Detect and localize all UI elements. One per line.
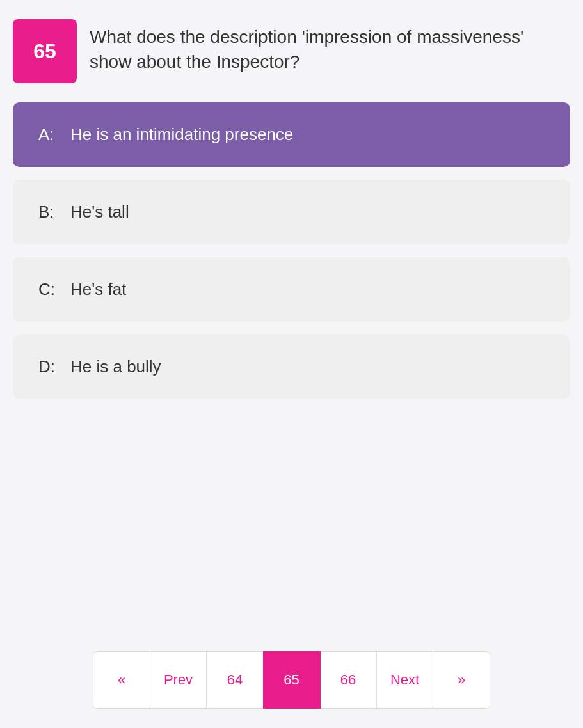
option-c[interactable]: C: He's fat: [13, 257, 570, 322]
option-b-letter: B:: [38, 202, 58, 222]
option-a[interactable]: A: He is an intimidating presence: [13, 102, 570, 167]
pagination-prev[interactable]: Prev: [150, 651, 207, 709]
question-number-badge: 65: [13, 19, 77, 83]
question-header: 65 What does the description 'impression…: [13, 19, 570, 83]
pagination-last[interactable]: »: [433, 651, 490, 709]
option-d[interactable]: D: He is a bully: [13, 335, 570, 399]
question-text: What does the description 'impression of…: [90, 19, 570, 74]
question-number: 65: [33, 40, 56, 63]
pagination: « Prev 64 65 66 Next »: [13, 626, 570, 709]
option-b-text: He's tall: [70, 202, 129, 222]
answer-options-container: A: He is an intimidating presence B: He'…: [13, 102, 570, 412]
option-a-letter: A:: [38, 125, 58, 145]
pagination-page-66[interactable]: 66: [319, 651, 377, 709]
option-c-text: He's fat: [70, 280, 126, 299]
option-d-text: He is a bully: [70, 357, 161, 377]
pagination-page-64[interactable]: 64: [206, 651, 264, 709]
option-d-letter: D:: [38, 357, 58, 377]
option-a-text: He is an intimidating presence: [70, 125, 293, 145]
option-b[interactable]: B: He's tall: [13, 180, 570, 244]
option-c-letter: C:: [38, 280, 58, 299]
pagination-page-65-active[interactable]: 65: [263, 651, 321, 709]
pagination-next[interactable]: Next: [376, 651, 434, 709]
pagination-first[interactable]: «: [93, 651, 150, 709]
